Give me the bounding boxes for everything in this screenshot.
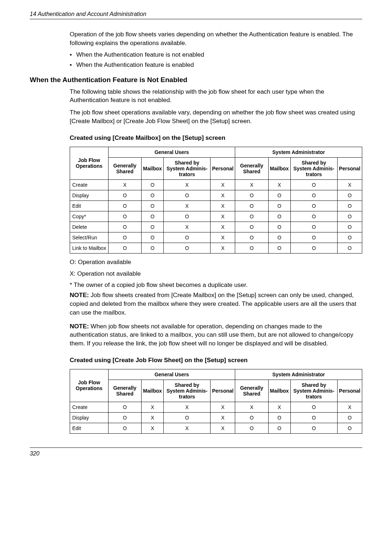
table-cell: O bbox=[337, 232, 362, 243]
page-running-header: 14 Authentication and Account Administra… bbox=[30, 11, 362, 17]
table-row: Select/RunOOOXOOOO bbox=[70, 232, 362, 243]
note-text: NOTE: Job flow sheets created from [Crea… bbox=[70, 291, 362, 317]
table-cell: X bbox=[211, 412, 235, 423]
table-cell: X bbox=[211, 211, 235, 222]
table-cell: O bbox=[164, 243, 211, 253]
table-header: System Administrator bbox=[235, 369, 362, 380]
table-cell: X bbox=[164, 179, 211, 190]
table-cell: O bbox=[337, 222, 362, 232]
table-cell: O bbox=[268, 423, 290, 433]
table-header: Personal bbox=[337, 157, 362, 179]
table-cell: O bbox=[142, 200, 164, 211]
table-cell: X bbox=[142, 402, 164, 412]
table-cell: X bbox=[211, 222, 235, 232]
table-cell: X bbox=[164, 222, 211, 232]
table-cell: X bbox=[142, 423, 164, 433]
table-header: Shared by System Adminis-trators bbox=[164, 380, 211, 402]
table-row: DisplayOOOXOOOO bbox=[70, 190, 362, 200]
table-header: Generally Shared bbox=[235, 380, 268, 402]
table-header: General Users bbox=[108, 147, 235, 157]
table-header: Personal bbox=[211, 157, 235, 179]
table-cell: O bbox=[164, 412, 211, 423]
table-cell: O bbox=[235, 222, 268, 232]
row-label: Delete bbox=[70, 222, 109, 232]
table-header: Generally Shared bbox=[108, 157, 141, 179]
intro-bullet-list: When the Authentication feature is not e… bbox=[70, 51, 362, 69]
note-body: When job flow sheets not available for o… bbox=[70, 323, 354, 347]
table-cell: O bbox=[108, 423, 141, 433]
table-cell: O bbox=[337, 190, 362, 200]
table-cell: O bbox=[235, 190, 268, 200]
table-cell: X bbox=[268, 179, 290, 190]
table-cell: O bbox=[290, 423, 337, 433]
table-cell: O bbox=[268, 412, 290, 423]
table-row: Copy*OOOXOOOO bbox=[70, 211, 362, 222]
table-cell: X bbox=[211, 402, 235, 412]
table-header: Shared by System Adminis-trators bbox=[290, 157, 337, 179]
table-header: Personal bbox=[211, 380, 235, 402]
table-row: DisplayOXOXOOOO bbox=[70, 412, 362, 423]
table-header: Mailbox bbox=[268, 157, 290, 179]
table-cell: O bbox=[108, 402, 141, 412]
table-cell: O bbox=[235, 243, 268, 253]
legend-available: O: Operation available bbox=[70, 258, 362, 267]
table-cell: O bbox=[108, 190, 141, 200]
list-item: When the Authentication feature is not e… bbox=[70, 51, 362, 58]
intro-paragraph: Operation of the job flow sheets varies … bbox=[70, 30, 362, 48]
table-cell: O bbox=[337, 412, 362, 423]
table-create-mailbox: Job Flow Operations General Users System… bbox=[70, 147, 362, 254]
note-text: NOTE: When job flow sheets not available… bbox=[70, 322, 362, 348]
table-cell: O bbox=[268, 222, 290, 232]
row-label: Link to Mailbox bbox=[70, 243, 109, 253]
row-label: Copy* bbox=[70, 211, 109, 222]
table-cell: X bbox=[211, 179, 235, 190]
table-cell: X bbox=[164, 200, 211, 211]
table-cell: O bbox=[235, 423, 268, 433]
table-cell: O bbox=[235, 232, 268, 243]
table-cell: O bbox=[290, 190, 337, 200]
table-cell: X bbox=[211, 423, 235, 433]
list-item: When the Authentication feature is enabl… bbox=[70, 61, 362, 69]
table-header: Generally Shared bbox=[235, 157, 268, 179]
table-cell: O bbox=[108, 200, 141, 211]
row-label: Select/Run bbox=[70, 232, 109, 243]
note-label: NOTE: bbox=[70, 323, 89, 330]
table-cell: O bbox=[337, 200, 362, 211]
table-cell: O bbox=[290, 412, 337, 423]
table-cell: O bbox=[290, 243, 337, 253]
table-cell: O bbox=[142, 179, 164, 190]
table-cell: X bbox=[211, 190, 235, 200]
table-cell: O bbox=[164, 232, 211, 243]
row-label: Create bbox=[70, 179, 109, 190]
table-header: Job Flow Operations bbox=[70, 147, 109, 179]
body-text: The following table shows the relationsh… bbox=[70, 88, 362, 105]
table-cell: O bbox=[108, 243, 141, 253]
table-row: Link to MailboxOOOXOOOO bbox=[70, 243, 362, 253]
table-cell: O bbox=[108, 412, 141, 423]
row-label: Display bbox=[70, 412, 109, 423]
table-cell: O bbox=[268, 211, 290, 222]
table-cell: O bbox=[142, 232, 164, 243]
table-header: Generally Shared bbox=[108, 380, 141, 402]
table-cell: O bbox=[337, 243, 362, 253]
table-cell: O bbox=[164, 211, 211, 222]
table-cell: O bbox=[268, 232, 290, 243]
table-row: EditOXXXOOOO bbox=[70, 423, 362, 433]
row-label: Edit bbox=[70, 200, 109, 211]
table-create-job-flow-sheet: Job Flow Operations General Users System… bbox=[70, 369, 362, 434]
legend-footnote: * The owner of a copied job flow sheet b… bbox=[70, 281, 362, 289]
table-cell: O bbox=[337, 423, 362, 433]
page-number: 320 bbox=[30, 450, 40, 457]
table-cell: O bbox=[108, 211, 141, 222]
table-cell: X bbox=[142, 412, 164, 423]
table-cell: O bbox=[290, 200, 337, 211]
table-cell: O bbox=[235, 412, 268, 423]
table-cell: X bbox=[108, 179, 141, 190]
subsection-heading-create-job-flow-sheet: Created using [Create Job Flow Sheet] on… bbox=[70, 357, 362, 364]
table-cell: X bbox=[211, 232, 235, 243]
table-header: Mailbox bbox=[268, 380, 290, 402]
table-header: General Users bbox=[108, 369, 235, 380]
section-heading-not-enabled: When the Authentication Feature is Not E… bbox=[30, 76, 362, 84]
footer-rule bbox=[30, 447, 362, 448]
table-cell: O bbox=[290, 211, 337, 222]
